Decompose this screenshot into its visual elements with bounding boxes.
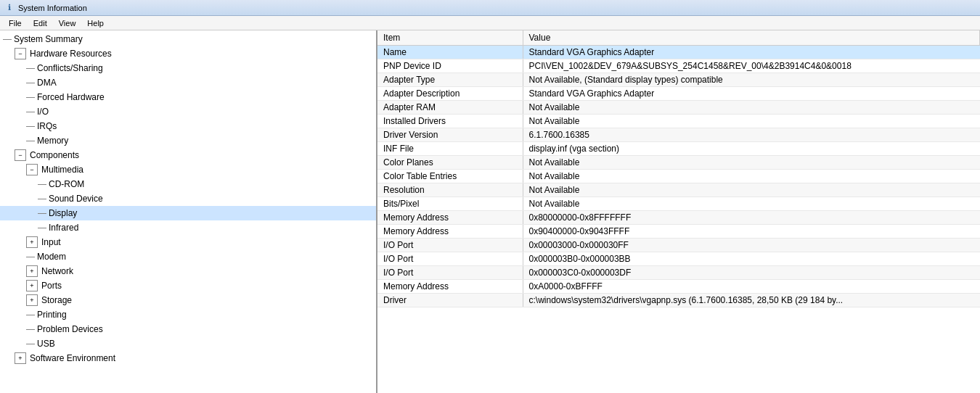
expand-icon-hardware-resources[interactable]: − [15,48,26,59]
cell-value: PCI\VEN_1002&DEV_679A&SUBSYS_254C1458&RE… [523,59,980,73]
expand-icon-software-environment[interactable]: + [15,352,26,364]
cell-item: Driver Version [377,128,523,142]
tree-item-modem[interactable]: Modem [0,249,376,264]
tree-item-infrared[interactable]: Infrared [0,220,376,235]
table-row[interactable]: Driver Version6.1.7600.16385 [377,128,980,142]
table-row[interactable]: I/O Port0x000003C0-0x000003DF [377,266,980,280]
tree-label-forced-hardware: Forced Hardware [37,91,105,104]
tree-item-software-environment[interactable]: +Software Environment [0,351,376,365]
cell-value: 0x80000000-0x8FFFFFFF [523,211,980,225]
right-panel: Item Value NameStandard VGA Graphics Ada… [377,30,980,393]
cell-item: Memory Address [377,225,523,239]
tree-label-multimedia: Multimedia [41,163,83,176]
tree-item-hardware-resources[interactable]: −Hardware Resources [0,46,376,61]
tree-item-display[interactable]: Display [0,206,376,220]
leaf-dash [26,257,35,257]
tree-label-irqs: IRQs [37,120,57,133]
tree-item-sound-device[interactable]: Sound Device [0,191,376,206]
tree-label-printing: Printing [37,308,67,321]
cell-value: Not Available, (Standard display types) … [523,73,980,87]
menu-help[interactable]: Help [81,17,110,29]
expand-icon-ports[interactable]: + [26,280,38,291]
menu-file[interactable]: File [3,17,28,29]
table-row[interactable]: Installed DriversNot Available [377,115,980,128]
table-row[interactable]: Adapter TypeNot Available, (Standard dis… [377,73,980,87]
tree-item-multimedia[interactable]: −Multimedia [0,162,376,177]
tree-item-conflicts-sharing[interactable]: Conflicts/Sharing [0,61,376,75]
tree-item-input[interactable]: +Input [0,235,376,249]
tree-item-cd-rom[interactable]: CD-ROM [0,177,376,191]
tree-item-system-summary[interactable]: System Summary [0,32,376,46]
cell-value: 0xA0000-0xBFFFF [523,280,980,294]
tree-item-printing[interactable]: Printing [0,307,376,322]
leaf-dash [38,213,46,214]
cell-item: I/O Port [377,252,523,266]
table-row[interactable]: ResolutionNot Available [377,183,980,197]
tree-item-network[interactable]: +Network [0,264,376,278]
tree-label-input: Input [41,236,61,249]
cell-item: Installed Drivers [377,115,523,128]
expand-icon-network[interactable]: + [26,265,38,277]
cell-item: Color Planes [377,156,523,170]
table-row[interactable]: Color PlanesNot Available [377,156,980,170]
tree-item-forced-hardware[interactable]: Forced Hardware [0,90,376,104]
tree-label-ports: Ports [41,279,62,292]
leaf-dash [26,126,35,127]
cell-value: Standard VGA Graphics Adapter [523,87,980,101]
cell-item: INF File [377,142,523,156]
tree-item-components[interactable]: −Components [0,148,376,162]
tree-item-problem-devices[interactable]: Problem Devices [0,322,376,336]
tree-item-usb[interactable]: USB [0,336,376,351]
tree-item-storage[interactable]: +Storage [0,293,376,307]
tree-label-modem: Modem [37,250,66,263]
tree-item-dma[interactable]: DMA [0,75,376,90]
expand-icon-components[interactable]: − [15,149,26,161]
tree-label-display: Display [49,207,77,220]
table-row[interactable]: Memory Address0xA0000-0xBFFFF [377,280,980,294]
menu-bar: File Edit View Help [0,16,980,30]
cell-item: Driver [377,294,523,307]
tree-item-ports[interactable]: +Ports [0,278,376,293]
table-row[interactable]: Adapter DescriptionStandard VGA Graphics… [377,87,980,101]
tree-item-memory[interactable]: Memory [0,133,376,148]
cell-value: Not Available [523,115,980,128]
expand-icon-storage[interactable]: + [26,294,38,306]
cell-item: I/O Port [377,266,523,280]
table-row[interactable]: Color Table EntriesNot Available [377,170,980,183]
expand-icon-input[interactable]: + [26,236,38,248]
cell-value: Not Available [523,170,980,183]
leaf-dash [26,141,35,141]
leaf-dash [38,228,46,228]
cell-value: 0x00003000-0x000030FF [523,239,980,252]
table-row[interactable]: I/O Port0x00003000-0x000030FF [377,239,980,252]
table-row[interactable]: PNP Device IDPCI\VEN_1002&DEV_679A&SUBSY… [377,59,980,73]
tree-label-storage: Storage [41,294,72,307]
expand-icon-multimedia[interactable]: − [26,164,38,175]
leaf-dash [38,184,46,185]
menu-edit[interactable]: Edit [28,17,53,29]
tree-label-software-environment: Software Environment [30,352,115,365]
table-row[interactable]: INF Filedisplay.inf (vga section) [377,142,980,156]
table-row[interactable]: Memory Address0x80000000-0x8FFFFFFF [377,211,980,225]
cell-value: Not Available [523,156,980,170]
cell-item: Color Table Entries [377,170,523,183]
table-row[interactable]: I/O Port0x000003B0-0x000003BB [377,252,980,266]
menu-view[interactable]: View [53,17,82,29]
table-row[interactable]: Driverc:\windows\system32\drivers\vgapnp… [377,294,980,307]
table-row[interactable]: Bits/PixelNot Available [377,197,980,211]
cell-item: I/O Port [377,239,523,252]
table-row[interactable]: Adapter RAMNot Available [377,101,980,115]
cell-value: 0x90400000-0x9043FFFF [523,225,980,239]
cell-item: Memory Address [377,211,523,225]
table-row[interactable]: NameStandard VGA Graphics Adapter [377,46,980,59]
window-title: System Information [18,4,87,12]
tree-label-memory: Memory [37,134,68,147]
tree-item-io[interactable]: I/O [0,104,376,119]
table-row[interactable]: Memory Address0x90400000-0x9043FFFF [377,225,980,239]
cell-value: 6.1.7600.16385 [523,128,980,142]
cell-value: Not Available [523,183,980,197]
leaf-dash [3,39,12,40]
tree-label-io: I/O [37,105,49,118]
tree-label-usb: USB [37,337,55,350]
tree-item-irqs[interactable]: IRQs [0,119,376,133]
